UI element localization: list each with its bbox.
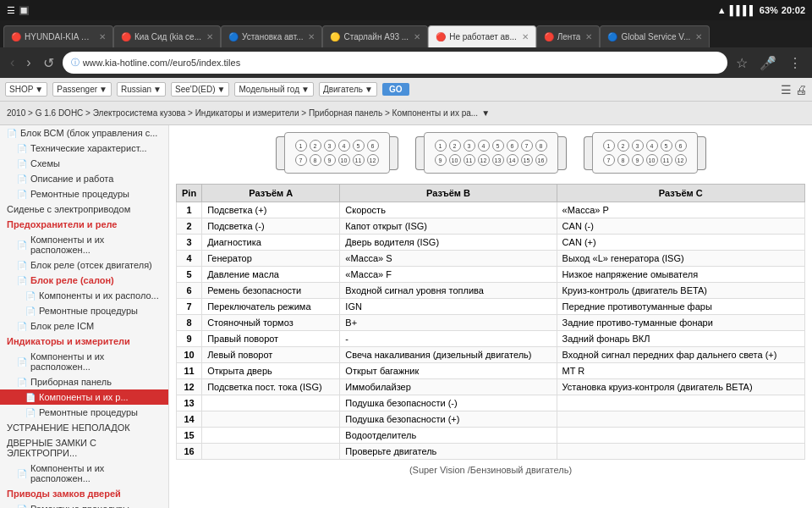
sidebar-item-comp-ind[interactable]: 📄 Компоненты и их расположен... [0, 349, 168, 374]
forward-button[interactable]: › [23, 53, 34, 72]
pin-a3: 3 [324, 140, 336, 152]
tab-label-install: Установка авт... [242, 32, 304, 41]
tab-kia-sid[interactable]: 🔴 Киа Сид (kia се... ✕ [113, 25, 221, 47]
nav-bar: ‹ › ↺ ⓘ www.kia-hotline.com//euro5/index… [0, 47, 812, 78]
toolbar: SHOP ▼ Passenger ▼ Russian ▼ See'D(ED) ▼… [0, 78, 812, 102]
refresh-button[interactable]: ↺ [40, 53, 58, 73]
print-icon[interactable]: 🖨 [795, 83, 807, 97]
connector-b: 1 2 3 4 5 6 7 8 9 10 11 12 13 [424, 132, 558, 174]
pin-c4: 4 [646, 140, 658, 152]
sidebar-item-panel[interactable]: 📄 Приборная панель [0, 374, 168, 389]
table-cell-5-1: 5 [177, 267, 202, 283]
back-button[interactable]: ‹ [7, 53, 18, 72]
tab-close-starline[interactable]: ✕ [414, 32, 420, 41]
doc-icon-comp-door: 📄 [17, 469, 27, 478]
engine-item[interactable]: Двигатель ▼ [319, 82, 377, 97]
sidebar-item-comp-door[interactable]: 📄 Компоненты и их расположен... [0, 461, 168, 486]
sidebar-item-comp-fuses[interactable]: 📄 Компоненты и их расположен... [0, 232, 168, 257]
pin-table: Pin Разъём A Разъём B Разъём C 1Подсветк… [176, 184, 805, 460]
sidebar-item-repair-panel[interactable]: 📄 Ремонтные процедуры [0, 405, 168, 420]
sidebar-label-repair1: Ремонтные процедуры [30, 189, 129, 199]
sidebar-item-repair-drives[interactable]: 📄 Ремонтные процедуры [0, 501, 168, 508]
url-text: www.kia-hotline.com//euro5/index.tiles [83, 58, 719, 68]
col-header-pin: Pin [177, 185, 202, 202]
sidebar-item-repair1[interactable]: 📄 Ремонтные процедуры [0, 186, 168, 202]
pin-b11: 11 [464, 154, 475, 166]
tab-close-lenta[interactable]: ✕ [585, 32, 592, 41]
sidebar-item-seat[interactable]: Сиденье с электроприводом [0, 202, 168, 217]
tab-active[interactable]: 🔴 Не работает ав... ✕ [428, 25, 536, 47]
sidebar-item-schemas[interactable]: 📄 Схемы [0, 156, 168, 171]
tab-close-global[interactable]: ✕ [695, 32, 702, 41]
more-icon[interactable]: ⋮ [785, 53, 805, 73]
table-cell-2-3: Капот открыт (ISG) [340, 218, 557, 235]
table-cell-7-2: Переключатель режима [202, 299, 340, 315]
tab-close-hyundai[interactable]: ✕ [99, 32, 106, 41]
bookmark-icon[interactable]: ☆ [732, 53, 751, 73]
tab-close-active[interactable]: ✕ [522, 32, 529, 41]
table-cell-9-4: Задний фонарь ВКЛ [557, 331, 804, 347]
url-bar[interactable]: ⓘ www.kia-hotline.com//euro5/index.tiles [63, 52, 727, 74]
sidebar-section-door-locks: ДВЕРНЫЕ ЗАМКИ С ЭЛЕКТРОПРИ... [0, 435, 168, 461]
table-row-3: 3ДиагностикаДверь водителя (ISG)CAN (+) [177, 235, 805, 251]
breadcrumb-text: 2010 > G 1.6 DOHC > Электросистема кузов… [7, 108, 478, 118]
sidebar-item-relay-salon[interactable]: 📄 Блок реле (салон) [0, 273, 168, 288]
table-row-9: 9Правый поворот-Задний фонарь ВКЛ [177, 331, 805, 347]
sidebar-item-repair-salon[interactable]: 📄 Ремонтные процедуры [0, 303, 168, 318]
pin-a4: 4 [338, 140, 350, 152]
pin-b10: 10 [449, 154, 461, 166]
breadcrumb-expand-icon[interactable]: ▼ [481, 108, 490, 118]
edition-label: See'D(ED) [175, 85, 215, 94]
mic-icon[interactable]: 🎤 [756, 53, 780, 73]
tab-close-install[interactable]: ✕ [308, 32, 315, 41]
go-button[interactable]: GO [382, 83, 409, 96]
tab-starline[interactable]: 🟡 Старлайн А93 ... ✕ [322, 25, 428, 47]
language-item[interactable]: Russian ▼ [117, 82, 166, 97]
doc-icon-active-comp: 📄 [25, 393, 36, 402]
sidebar-item-vsm[interactable]: 📄 Блок ВСМ (блок управления с... [0, 125, 168, 141]
tab-hyundai[interactable]: 🔴 HYUNDAI-KIA О... ✕ [3, 25, 113, 47]
tab-favicon-active: 🔴 [436, 32, 446, 42]
status-bar: ☰ 🔲 ▲ ▌▌▌▌ 63% 20:02 [0, 0, 812, 20]
engine-dropdown-icon: ▼ [365, 85, 373, 94]
table-cell-15-2 [202, 428, 340, 444]
sidebar-label-comp-door: Компоненты и их расположен... [30, 463, 162, 483]
sidebar-item-tech[interactable]: 📄 Технические характерист... [0, 141, 168, 156]
tab-close-kia[interactable]: ✕ [206, 32, 213, 41]
sidebar-label-repair-salon: Ремонтные процедуры [39, 306, 138, 316]
sidebar-label-repair-panel: Ремонтные процедуры [39, 407, 138, 417]
pin-a6: 6 [367, 140, 379, 152]
doc-icon-repair-drives: 📄 [17, 505, 27, 509]
passenger-item[interactable]: Passenger ▼ [52, 82, 112, 97]
tab-install[interactable]: 🔵 Установка авт... ✕ [221, 25, 323, 47]
sidebar-item-relay-engine[interactable]: 📄 Блок реле (отсек двигателя) [0, 257, 168, 273]
tab-favicon-lenta: 🔴 [544, 32, 554, 42]
col-header-a: Разъём A [202, 185, 340, 202]
sidebar-item-desc[interactable]: 📄 Описание и работа [0, 171, 168, 186]
table-cell-11-4: MT R [557, 363, 804, 379]
sidebar-item-active-comp[interactable]: 📄 Компоненты и их р... [0, 389, 168, 405]
tab-favicon-hyundai: 🔴 [11, 32, 21, 42]
doc-icon-repair1: 📄 [17, 190, 27, 199]
sidebar-item-icm[interactable]: 📄 Блок реле ICM [0, 318, 168, 334]
connector-a-wrapper: 1 2 3 4 5 6 7 8 9 10 11 12 [276, 132, 398, 174]
sidebar-item-comp-salon[interactable]: 📄 Компоненты и их располо... [0, 288, 168, 303]
toolbar-icons: ☰ 🖨 [781, 83, 807, 97]
tab-global[interactable]: 🔵 Global Service V... ✕ [600, 25, 710, 47]
doc-icon-comp-fuses: 📄 [17, 240, 27, 250]
model-year-item[interactable]: Модельный год ▼ [234, 82, 313, 97]
tab-lenta[interactable]: 🔴 Лента ✕ [536, 25, 601, 47]
table-cell-10-4: Входной сигнал передних фар дальнего све… [557, 347, 804, 363]
pin-b7: 7 [521, 140, 533, 152]
table-cell-3-2: Диагностика [202, 235, 340, 251]
table-cell-6-2: Ремень безопасности [202, 283, 340, 299]
connector-c-row1: 1 2 3 4 5 6 [603, 140, 687, 152]
pin-c1: 1 [603, 140, 615, 152]
list-icon[interactable]: ☰ [781, 83, 792, 97]
pin-a5: 5 [353, 140, 365, 152]
shop-item[interactable]: SHOP ▼ [5, 82, 47, 97]
sidebar-section-troubleshoot: УСТРАНЕНИЕ НЕПОЛАДОК [0, 420, 168, 435]
tab-bar: 🔴 HYUNDAI-KIA О... ✕ 🔴 Киа Сид (kia се..… [0, 20, 812, 47]
main-content: 📄 Блок ВСМ (блок управления с... 📄 Техни… [0, 125, 812, 508]
edition-item[interactable]: See'D(ED) ▼ [171, 82, 229, 97]
